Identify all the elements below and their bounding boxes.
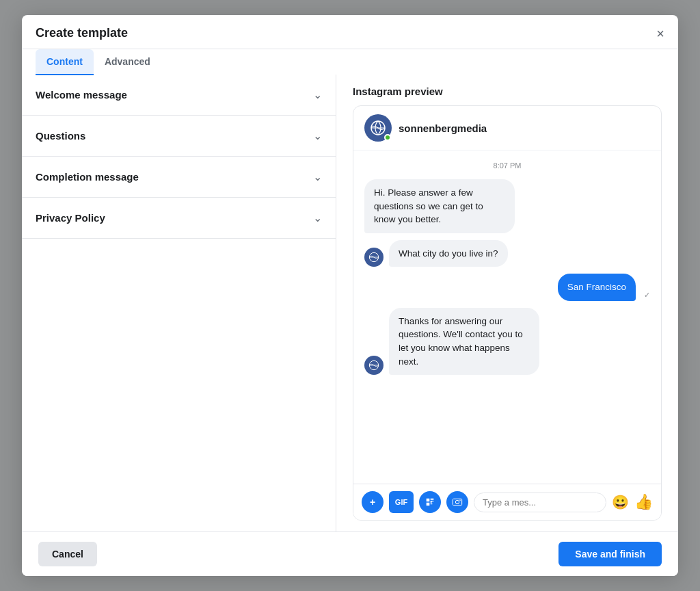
like-button[interactable]: 👍 [634, 493, 653, 511]
message-row-1: Hi. Please answer a few questions so we … [364, 179, 650, 233]
avatar [364, 114, 392, 142]
add-button[interactable]: + [362, 491, 383, 513]
bubble-sent-1: San Francisco [558, 274, 636, 301]
cancel-button[interactable]: Cancel [38, 542, 97, 566]
preview-title: Instagram preview [353, 86, 662, 97]
ig-header: sonnenbergmedia [353, 106, 661, 150]
mini-avatar-2 [364, 356, 383, 375]
sticker-button[interactable] [419, 491, 441, 513]
photo-button[interactable] [446, 491, 468, 513]
online-dot [384, 134, 391, 141]
accordion-completion: Completion message ⌄ [22, 157, 336, 198]
svg-point-8 [459, 500, 461, 501]
bubble-received-3: Thanks for answering our questions. We'l… [389, 308, 539, 375]
modal: Create template × Content Advanced Welco… [22, 15, 678, 576]
accordion-questions: Questions ⌄ [22, 116, 336, 157]
chevron-down-icon: ⌄ [313, 170, 322, 183]
left-panel: Welcome message ⌄ Questions ⌄ Completion… [22, 75, 336, 531]
chevron-down-icon: ⌄ [313, 88, 322, 101]
instagram-preview: sonnenbergmedia 8:07 PM Hi. Please answe… [353, 105, 662, 521]
svg-point-7 [455, 500, 459, 503]
tabs-row: Content Advanced [22, 49, 678, 75]
save-finish-button[interactable]: Save and finish [558, 542, 662, 566]
bubble-received-1: Hi. Please answer a few questions so we … [364, 179, 515, 233]
right-panel: Instagram preview [336, 75, 678, 531]
ig-timestamp: 8:07 PM [364, 161, 650, 170]
modal-overlay: Create template × Content Advanced Welco… [0, 0, 700, 591]
accordion-privacy-title: Privacy Policy [36, 212, 105, 224]
read-receipt-icon: ✓ [644, 291, 650, 300]
modal-title: Create template [36, 26, 128, 49]
ig-username: sonnenbergmedia [399, 122, 487, 134]
accordion-privacy-header[interactable]: Privacy Policy ⌄ [22, 198, 336, 238]
tab-content[interactable]: Content [36, 49, 94, 75]
accordion-welcome: Welcome message ⌄ [22, 75, 336, 116]
accordion-completion-title: Completion message [36, 171, 139, 183]
accordion-welcome-header[interactable]: Welcome message ⌄ [22, 75, 336, 115]
chevron-down-icon: ⌄ [313, 129, 322, 142]
bubble-received-2: What city do you live in? [389, 240, 508, 267]
gif-button[interactable]: GIF [389, 491, 414, 513]
message-row-3: San Francisco ✓ [364, 274, 650, 301]
accordion-questions-header[interactable]: Questions ⌄ [22, 116, 336, 156]
modal-header: Create template × [22, 15, 678, 49]
accordion-completion-header[interactable]: Completion message ⌄ [22, 157, 336, 197]
ig-input-bar: + GIF [353, 484, 661, 520]
accordion-welcome-title: Welcome message [36, 89, 127, 101]
accordion-questions-title: Questions [36, 130, 85, 142]
modal-body: Welcome message ⌄ Questions ⌄ Completion… [22, 75, 678, 531]
mini-avatar [364, 248, 383, 267]
accordion-privacy: Privacy Policy ⌄ [22, 198, 336, 239]
message-row-2: What city do you live in? [364, 240, 650, 267]
ig-messages: 8:07 PM Hi. Please answer a few question… [353, 150, 661, 484]
message-input[interactable] [474, 492, 606, 512]
tab-advanced[interactable]: Advanced [94, 49, 161, 75]
close-button[interactable]: × [656, 27, 664, 49]
svg-rect-6 [453, 499, 461, 505]
emoji-button[interactable]: 😀 [612, 494, 629, 510]
message-row-4: Thanks for answering our questions. We'l… [364, 308, 650, 375]
modal-footer: Cancel Save and finish [22, 531, 678, 576]
chevron-down-icon: ⌄ [313, 211, 322, 224]
